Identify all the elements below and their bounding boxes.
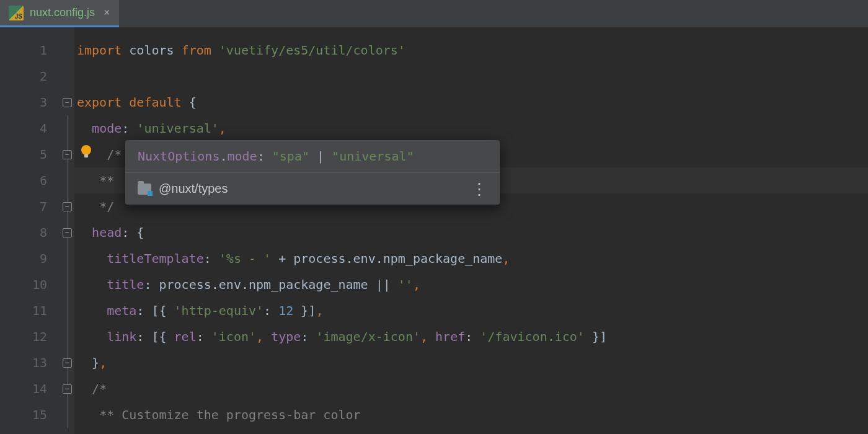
code-line[interactable] <box>74 63 868 89</box>
code-line[interactable]: title: process.env.npm_package_name || '… <box>74 272 868 298</box>
line-number: 9 <box>0 246 60 272</box>
code-line[interactable]: ** Customize the progress-bar color <box>74 402 868 428</box>
line-number: 13 <box>0 350 60 376</box>
line-number: 15 <box>0 402 60 428</box>
fold-toggle-icon[interactable]: − <box>63 228 72 237</box>
fold-toggle-icon[interactable]: − <box>63 384 72 394</box>
tab-filename: nuxt.config.js <box>30 6 95 19</box>
fold-toggle-icon[interactable]: − <box>63 150 72 159</box>
line-number: 7 <box>0 193 60 219</box>
code-editor[interactable]: 1 2 3 4 5 6 7 8 9 10 11 12 13 14 15 − − … <box>0 27 868 434</box>
line-number-gutter: 1 2 3 4 5 6 7 8 9 10 11 12 13 14 15 <box>0 27 60 434</box>
line-number: 6 <box>0 167 60 193</box>
module-folder-icon <box>138 184 151 195</box>
svg-point-0 <box>81 145 91 155</box>
line-number: 8 <box>0 219 60 246</box>
line-number: 1 <box>0 37 60 63</box>
editor-tab-bar: JS nuxt.config.js × <box>0 0 868 27</box>
code-line[interactable]: titleTemplate: '%s - ' + process.env.npm… <box>74 246 868 272</box>
fold-toggle-icon[interactable]: − <box>63 98 72 107</box>
line-number: 2 <box>0 63 60 89</box>
line-number: 3 <box>0 89 60 115</box>
code-line[interactable]: meta: [{ 'http-equiv': 12 }], <box>74 298 868 324</box>
type-signature: NuxtOptions.mode: "spa" | "universal" <box>125 140 500 172</box>
line-number: 5 <box>0 141 60 167</box>
type-info-popup: NuxtOptions.mode: "spa" | "universal" @n… <box>125 140 500 205</box>
code-area[interactable]: import colors from 'vuetify/es5/util/col… <box>74 27 868 434</box>
code-line[interactable]: /* <box>74 376 868 402</box>
intention-bulb-icon[interactable] <box>79 144 93 157</box>
fold-close-icon[interactable]: − <box>63 358 72 368</box>
line-number: 4 <box>0 115 60 141</box>
close-icon[interactable]: × <box>101 6 110 19</box>
code-line[interactable]: link: [{ rel: 'icon', type: 'image/x-ico… <box>74 324 868 350</box>
svg-rect-1 <box>84 154 88 157</box>
line-number: 14 <box>0 376 60 402</box>
js-file-icon: JS <box>9 6 24 20</box>
more-menu-icon[interactable]: ⋮ <box>471 187 487 192</box>
code-line[interactable]: mode: 'universal', <box>74 115 868 141</box>
fold-close-icon[interactable]: − <box>63 202 72 211</box>
line-number: 11 <box>0 298 60 324</box>
code-line[interactable]: }, <box>74 350 868 376</box>
code-line[interactable]: export default { <box>74 89 868 115</box>
code-line[interactable]: import colors from 'vuetify/es5/util/col… <box>74 37 868 63</box>
type-source-module: @nuxt/types <box>159 182 228 196</box>
code-line[interactable]: head: { <box>74 219 868 246</box>
fold-gutter: − − − − − − <box>60 27 74 434</box>
line-number: 10 <box>0 272 60 298</box>
line-number: 12 <box>0 324 60 350</box>
file-tab[interactable]: JS nuxt.config.js × <box>0 0 119 27</box>
